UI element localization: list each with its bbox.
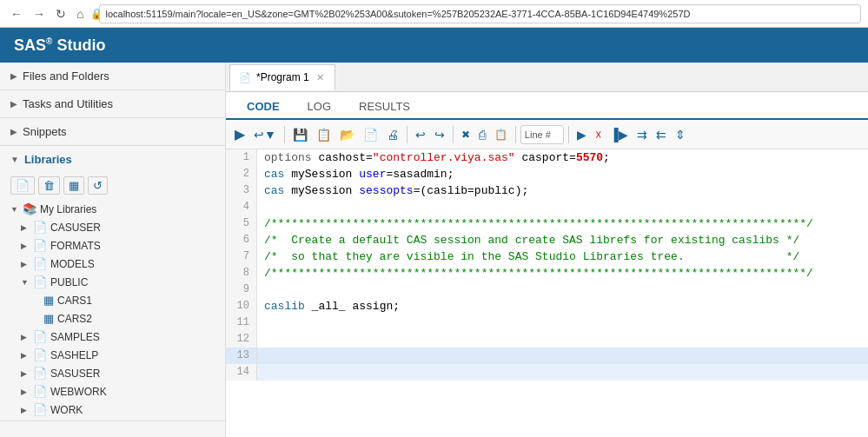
cut-button[interactable]: ✖ bbox=[458, 127, 474, 142]
subtab-results[interactable]: RESULTS bbox=[345, 95, 424, 120]
tree-label-sashelp: SASHELP bbox=[50, 349, 98, 361]
code-editor[interactable]: 1 options cashost="controller.viya.sas" … bbox=[226, 149, 868, 437]
database-icon: 📄 bbox=[33, 257, 47, 270]
save-as-button[interactable]: 📋 bbox=[313, 126, 335, 143]
tree-item-models[interactable]: ▶ 📄 MODELS bbox=[0, 255, 225, 273]
chevron-down-icon: ▼ bbox=[10, 205, 19, 214]
tab-close-button[interactable]: ✕ bbox=[315, 72, 326, 83]
sidebar-item-tasks[interactable]: ▶ Tasks and Utilities bbox=[0, 90, 225, 117]
app-header: SAS® Studio bbox=[0, 28, 868, 63]
tab-label-program1: *Program 1 bbox=[256, 71, 309, 83]
run2-button[interactable]: ▶ bbox=[573, 126, 590, 143]
lib-table-button[interactable]: ▦ bbox=[63, 176, 84, 195]
tree-label-formats: FORMATS bbox=[50, 240, 101, 252]
address-bar[interactable] bbox=[99, 4, 861, 23]
code-line: 8 /*************************************… bbox=[226, 265, 868, 281]
tree-item-sasuser[interactable]: ▶ 📄 SASUSER bbox=[0, 364, 225, 382]
chevron-right-icon: ▶ bbox=[21, 387, 30, 396]
home-button[interactable]: ⌂ bbox=[73, 5, 87, 23]
sidebar: ▶ Files and Folders ▶ Tasks and Utilitie… bbox=[0, 63, 226, 437]
code-line-active: 13 bbox=[226, 348, 868, 364]
undo-dropdown-button[interactable]: ↩▼ bbox=[250, 126, 280, 143]
save-button[interactable]: 💾 bbox=[289, 126, 311, 143]
tree-item-work[interactable]: ▶ 📄 WORK bbox=[0, 401, 225, 419]
tree-label-sasuser: SASUSER bbox=[50, 367, 100, 380]
stop-button[interactable]: ☓ bbox=[592, 126, 605, 143]
sidebar-item-files[interactable]: ▶ Files and Folders bbox=[0, 63, 225, 89]
separator-3 bbox=[453, 126, 454, 143]
copy-button[interactable]: ⎙ bbox=[475, 126, 489, 143]
sidebar-item-libraries-label: Libraries bbox=[24, 153, 72, 166]
subtab-code[interactable]: CODE bbox=[233, 95, 294, 120]
line-number-input[interactable]: Line # bbox=[520, 125, 564, 144]
open-button[interactable]: 📂 bbox=[336, 126, 358, 143]
code-line: 3 cas mySession sessopts=(caslib=public)… bbox=[226, 182, 868, 199]
print-button[interactable]: 🖨 bbox=[383, 126, 402, 143]
tree-label-cars2: CARS2 bbox=[57, 313, 92, 325]
lib-new-button[interactable]: 📄 bbox=[10, 176, 35, 195]
run-button[interactable]: ▶ bbox=[231, 124, 248, 144]
tree-label-webwork: WEBWORK bbox=[50, 386, 107, 398]
chevron-right-icon: ▶ bbox=[21, 260, 30, 268]
code-line: 2 cas mySession user=sasadmin; bbox=[226, 166, 868, 182]
library-tree: ▼ 📚 My Libraries ▶ 📄 CASUSER ▶ 📄 FORMATS bbox=[0, 198, 225, 420]
tab-program1[interactable]: 📄 *Program 1 ✕ bbox=[229, 64, 335, 90]
redo-button[interactable]: ↪ bbox=[431, 126, 448, 143]
code-line: 6 /* Create a default CAS session and cr… bbox=[226, 232, 868, 248]
tab-bar: 📄 *Program 1 ✕ bbox=[226, 63, 868, 92]
tree-label-public: PUBLIC bbox=[50, 276, 88, 288]
code-line: 9 bbox=[226, 281, 868, 298]
expand-button[interactable]: ⇕ bbox=[672, 126, 689, 143]
code-line: 5 /*************************************… bbox=[226, 215, 868, 232]
sidebar-item-libraries[interactable]: ▼ Libraries bbox=[0, 146, 225, 173]
database-icon: 📄 bbox=[33, 239, 47, 252]
tree-item-casuser[interactable]: ▶ 📄 CASUSER bbox=[0, 218, 225, 236]
library-icon: 📚 bbox=[23, 202, 36, 215]
chevron-down-icon: ▼ bbox=[10, 155, 19, 164]
tree-item-public[interactable]: ▼ 📄 PUBLIC bbox=[0, 273, 225, 291]
content-area: 📄 *Program 1 ✕ CODE LOG RESULTS ▶ ↩▼ 💾 📋… bbox=[226, 63, 868, 437]
new-button[interactable]: 📄 bbox=[360, 126, 381, 143]
database-icon: 📄 bbox=[33, 348, 47, 361]
code-line: 1 options cashost="controller.viya.sas" … bbox=[226, 149, 868, 166]
forward-button[interactable]: → bbox=[30, 5, 49, 23]
chevron-right-icon: ▶ bbox=[21, 406, 30, 414]
table-icon: ▦ bbox=[43, 312, 54, 325]
code-line: 7 /* so that they are visible in the SAS… bbox=[226, 248, 868, 265]
lib-refresh-button[interactable]: ↺ bbox=[88, 176, 108, 195]
chevron-right-icon: ▶ bbox=[10, 127, 17, 136]
subtab-bar: CODE LOG RESULTS bbox=[226, 92, 868, 120]
lock-icon: 🔒 bbox=[90, 8, 96, 20]
tree-label-mylibraries: My Libraries bbox=[40, 203, 96, 215]
library-toolbar: 📄 🗑 ▦ ↺ bbox=[0, 173, 225, 198]
browser-topbar: ← → ↻ ⌂ 🔒 bbox=[0, 0, 868, 28]
code-toolbar: ▶ ↩▼ 💾 📋 📂 📄 🖨 ↩ ↪ ✖ ⎙ 📋 Line # ▶ ☓ ▐▶ ⇉ bbox=[226, 120, 868, 149]
back-button[interactable]: ← bbox=[7, 5, 26, 23]
tree-item-webwork[interactable]: ▶ 📄 WEBWORK bbox=[0, 382, 225, 401]
sidebar-item-snippets[interactable]: ▶ Snippets bbox=[0, 118, 225, 145]
paste-button[interactable]: 📋 bbox=[491, 127, 511, 142]
tree-item-cars2[interactable]: ▦ CARS2 bbox=[0, 309, 225, 328]
tree-item-mylibraries[interactable]: ▼ 📚 My Libraries bbox=[0, 200, 225, 218]
tree-item-sashelp[interactable]: ▶ 📄 SASHELP bbox=[0, 346, 225, 364]
separator-1 bbox=[284, 126, 285, 143]
database-icon: 📄 bbox=[33, 330, 47, 343]
tree-item-formats[interactable]: ▶ 📄 FORMATS bbox=[0, 236, 225, 255]
reload-button[interactable]: ↻ bbox=[52, 5, 70, 23]
code-line: 14 bbox=[226, 364, 868, 381]
indent-button[interactable]: ⇉ bbox=[633, 126, 651, 143]
separator-2 bbox=[407, 126, 407, 143]
tree-item-samples[interactable]: ▶ 📄 SAMPLES bbox=[0, 328, 225, 346]
tree-item-cars1[interactable]: ▦ CARS1 bbox=[0, 291, 225, 309]
sidebar-item-files-label: Files and Folders bbox=[23, 70, 109, 83]
subtab-log[interactable]: LOG bbox=[294, 95, 345, 120]
line-number-label: Line # bbox=[525, 129, 551, 140]
undo-button[interactable]: ↩ bbox=[412, 126, 429, 143]
tree-label-work: WORK bbox=[50, 404, 83, 416]
database-icon: 📄 bbox=[33, 385, 47, 398]
lib-delete-button[interactable]: 🗑 bbox=[38, 176, 60, 195]
outdent-button[interactable]: ⇇ bbox=[653, 126, 670, 143]
tree-label-models: MODELS bbox=[50, 258, 95, 270]
chevron-right-icon: ▶ bbox=[10, 99, 17, 109]
step-button[interactable]: ▐▶ bbox=[606, 126, 632, 143]
